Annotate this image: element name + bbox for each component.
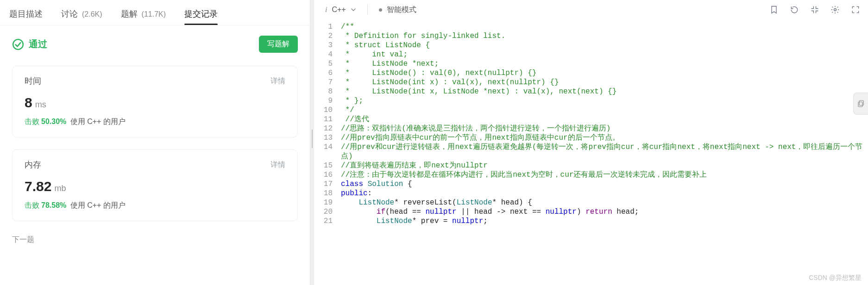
runtime-beats-pct: 50.30%: [41, 118, 66, 125]
memory-beats-suffix: 使用 C++ 的用户: [70, 201, 126, 209]
tab-discussion-count: (2.6K): [82, 10, 102, 18]
memory-title: 内存: [25, 159, 41, 170]
tab-solution[interactable]: 题解 (11.7K): [121, 8, 166, 19]
tab-description[interactable]: 题目描述: [9, 8, 43, 19]
tab-submissions[interactable]: 提交记录: [184, 8, 218, 19]
pane-resize-handle[interactable]: [310, 0, 314, 285]
tab-discussion-label: 讨论: [61, 9, 78, 19]
memory-card: 内存 详情 7.82mb 击败78.58% 使用 C++ 的用户: [12, 149, 298, 221]
runtime-title: 时间: [25, 75, 41, 87]
editor-toolbar: i C++ 智能模式: [314, 0, 868, 19]
runtime-beats-prefix: 击败: [25, 118, 39, 125]
svg-rect-2: [859, 100, 863, 105]
svg-rect-3: [858, 102, 862, 107]
bookmark-icon[interactable]: [769, 5, 779, 15]
copy-icon: [857, 99, 865, 108]
language-label: C++: [332, 6, 346, 14]
submission-result-body: 通过 写题解 时间 详情 8ms 击败50.30% 使用 C++ 的用户: [0, 25, 310, 283]
mode-label: 智能模式: [387, 5, 416, 15]
runtime-beats: 击败50.30% 使用 C++ 的用户: [25, 117, 285, 127]
runtime-unit: ms: [35, 100, 46, 109]
memory-beats-prefix: 击败: [25, 201, 39, 209]
fullscreen-icon[interactable]: [850, 5, 861, 15]
runtime-number: 8: [25, 95, 32, 110]
problem-left-pane: 题目描述 讨论 (2.6K) 题解 (11.7K) 提交记录 通过 写题解: [0, 0, 310, 285]
info-icon: i: [325, 6, 327, 14]
code-editor[interactable]: 1234567891011121314 15161718192021 /** *…: [314, 19, 868, 285]
runtime-card: 时间 详情 8ms 击败50.30% 使用 C++ 的用户: [12, 66, 298, 137]
right-side-tab[interactable]: [853, 93, 868, 115]
watermark-text: CSDN @异想繁星: [809, 274, 862, 282]
reset-icon[interactable]: [789, 5, 799, 15]
language-selector[interactable]: i C++: [325, 6, 356, 14]
code-content[interactable]: /** * Definition for singly-linked list.…: [339, 19, 868, 285]
editor-mode[interactable]: 智能模式: [379, 5, 416, 15]
runtime-detail-link[interactable]: 详情: [270, 76, 285, 86]
memory-beats-pct: 78.58%: [41, 201, 66, 209]
tab-solution-label: 题解: [121, 9, 138, 19]
memory-number: 7.82: [25, 179, 51, 194]
submission-status: 通过: [12, 38, 47, 50]
runtime-value: 8ms: [25, 95, 285, 111]
write-solution-button[interactable]: 写题解: [259, 36, 298, 53]
svg-point-0: [13, 39, 23, 50]
memory-beats: 击败78.58% 使用 C++ 的用户: [25, 201, 285, 211]
tab-discussion[interactable]: 讨论 (2.6K): [61, 8, 102, 19]
memory-detail-link[interactable]: 详情: [270, 160, 285, 170]
chevron-down-icon: [351, 7, 356, 12]
memory-value: 7.82mb: [25, 179, 285, 194]
check-circle-icon: [12, 38, 24, 50]
code-editor-pane: i C++ 智能模式 1234567891011121314 15161718: [314, 0, 868, 285]
mode-dot-icon: [379, 8, 382, 12]
next-question-link[interactable]: 下一题: [12, 233, 298, 249]
problem-tabs: 题目描述 讨论 (2.6K) 题解 (11.7K) 提交记录: [0, 0, 310, 25]
svg-point-1: [834, 9, 837, 11]
tab-solution-count: (11.7K): [142, 10, 166, 18]
settings-icon[interactable]: [830, 5, 840, 15]
shortcuts-icon[interactable]: [810, 5, 820, 15]
line-number-gutter: 1234567891011121314 15161718192021: [314, 19, 339, 285]
status-text: 通过: [29, 38, 47, 50]
toolbar-divider: [367, 5, 368, 15]
memory-unit: mb: [54, 184, 66, 193]
runtime-beats-suffix: 使用 C++ 的用户: [70, 118, 126, 125]
